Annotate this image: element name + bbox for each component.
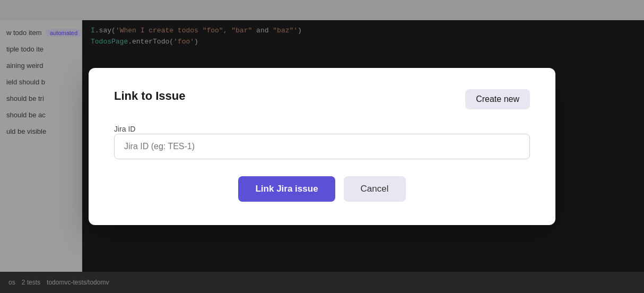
jira-id-label: Jira ID xyxy=(114,125,135,133)
modal-title: Link to Issue xyxy=(114,89,185,103)
modal-actions: Link Jira issue Cancel xyxy=(114,176,530,202)
jira-id-input[interactable] xyxy=(114,134,530,159)
modal-overlay: Link to Issue Create new Jira ID Link Ji… xyxy=(0,0,644,293)
cancel-button[interactable]: Cancel xyxy=(344,176,406,202)
link-jira-issue-button[interactable]: Link Jira issue xyxy=(238,176,335,202)
create-new-button[interactable]: Create new xyxy=(465,89,530,109)
link-to-issue-modal: Link to Issue Create new Jira ID Link Ji… xyxy=(89,68,555,225)
jira-id-field-group: Jira ID xyxy=(114,124,530,159)
modal-header: Link to Issue Create new xyxy=(114,89,530,109)
